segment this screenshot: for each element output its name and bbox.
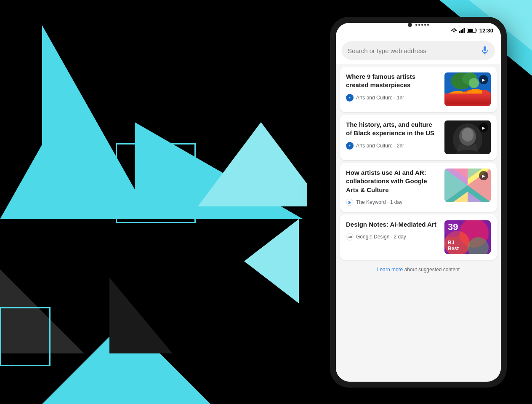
status-icons: 12:30 bbox=[451, 27, 493, 34]
square-outline-bottom-left bbox=[0, 307, 51, 366]
speaker-dot-4 bbox=[424, 24, 426, 26]
card-1-thumbnail: ▶ bbox=[444, 72, 491, 106]
search-placeholder: Search or type web address bbox=[348, 47, 426, 54]
background-shapes bbox=[0, 0, 307, 404]
card-3-play-badge: ▶ bbox=[479, 171, 488, 180]
battery-fill bbox=[468, 29, 473, 32]
card-2-source-icon bbox=[346, 142, 354, 150]
search-bar[interactable]: Search or type web address bbox=[342, 41, 495, 60]
card-4-source-icon: GD bbox=[346, 233, 354, 241]
speaker-dot-3 bbox=[421, 24, 423, 26]
card-4-content: Design Notes: AI-Mediated Art GD Google … bbox=[346, 220, 439, 241]
card-1-content: Where 9 famous artists created masterpie… bbox=[346, 72, 439, 102]
card-1-meta: Arts and Culture · 1hr bbox=[346, 94, 439, 102]
card-2-meta: Arts and Culture · 2hr bbox=[346, 142, 439, 150]
black-triangle-bottom bbox=[109, 278, 173, 353]
thumb-design-text: BJBest bbox=[448, 240, 459, 251]
speaker-dot-2 bbox=[418, 24, 420, 26]
card-3-source-icon: G bbox=[346, 198, 354, 206]
speaker-dot-1 bbox=[415, 24, 417, 26]
card-4-thumbnail: 39 BJBest bbox=[444, 220, 491, 254]
mic-icon[interactable] bbox=[481, 46, 489, 55]
camera-lens bbox=[408, 23, 412, 27]
cyan-triangle-small bbox=[198, 122, 307, 206]
svg-rect-4 bbox=[484, 46, 486, 51]
card-1-source-text: Arts and Culture · 1hr bbox=[356, 95, 404, 101]
card-4-source-text: Google Design · 2 day bbox=[356, 234, 406, 240]
card-4-title: Design Notes: AI-Mediated Art bbox=[346, 220, 439, 229]
phone-wrapper: 12:30 Search or type web address bbox=[330, 17, 507, 388]
cyan-triangle-top-left bbox=[0, 122, 55, 219]
battery-icon bbox=[467, 28, 476, 33]
card-3-title: How artists use AI and AR: collaboration… bbox=[346, 169, 439, 194]
speaker bbox=[415, 24, 429, 26]
card-2-thumbnail: ▶ bbox=[444, 120, 491, 154]
phone-camera-area bbox=[408, 23, 429, 27]
card-2-title: The history, arts, and culture of Black … bbox=[346, 120, 439, 138]
card-1-source-icon bbox=[346, 94, 354, 102]
cyan-triangle-lower-right bbox=[244, 219, 299, 303]
thumb-design-number: 39 bbox=[448, 222, 458, 232]
card-2-content: The history, arts, and culture of Black … bbox=[346, 120, 439, 150]
card-1-play-badge: ▶ bbox=[479, 75, 488, 84]
card-4[interactable]: Design Notes: AI-Mediated Art GD Google … bbox=[340, 214, 497, 260]
card-3[interactable]: How artists use AI and AR: collaboration… bbox=[340, 163, 497, 212]
card-3-meta: G The Keyword · 1 day bbox=[346, 198, 439, 206]
status-time: 12:30 bbox=[479, 27, 493, 34]
card-3-source-text: The Keyword · 1 day bbox=[356, 199, 402, 205]
card-1-title: Where 9 famous artists created masterpie… bbox=[346, 72, 439, 90]
phone-screen: 12:30 Search or type web address bbox=[336, 23, 501, 382]
card-2[interactable]: The history, arts, and culture of Black … bbox=[340, 115, 497, 160]
card-4-meta: GD Google Design · 2 day bbox=[346, 233, 439, 241]
card-3-content: How artists use AI and AR: collaboration… bbox=[346, 169, 439, 206]
svg-rect-3 bbox=[463, 28, 465, 33]
search-bar-container: Search or type web address bbox=[336, 38, 501, 64]
news-feed[interactable]: Where 9 famous artists created masterpie… bbox=[336, 64, 501, 377]
card-2-source-text: Arts and Culture · 2hr bbox=[356, 143, 404, 149]
svg-text:G: G bbox=[348, 201, 351, 205]
svg-rect-0 bbox=[459, 31, 460, 33]
card-2-play-badge: ▶ bbox=[479, 123, 488, 132]
svg-rect-2 bbox=[462, 29, 463, 33]
svg-point-11 bbox=[469, 78, 479, 88]
wifi-icon bbox=[451, 28, 458, 33]
learn-more-link[interactable]: Learn more bbox=[377, 267, 403, 273]
feed-footer: Learn more about suggested content bbox=[336, 262, 501, 277]
svg-rect-12 bbox=[444, 98, 491, 106]
svg-rect-1 bbox=[460, 30, 462, 33]
card-1[interactable]: Where 9 famous artists created masterpie… bbox=[340, 67, 497, 112]
card-3-thumbnail: ▶ bbox=[444, 169, 491, 202]
speaker-dot-5 bbox=[427, 24, 429, 26]
footer-suffix: about suggested content bbox=[403, 267, 460, 273]
svg-point-17 bbox=[462, 128, 473, 142]
signal-icon bbox=[459, 28, 465, 33]
phone: 12:30 Search or type web address bbox=[330, 17, 507, 388]
